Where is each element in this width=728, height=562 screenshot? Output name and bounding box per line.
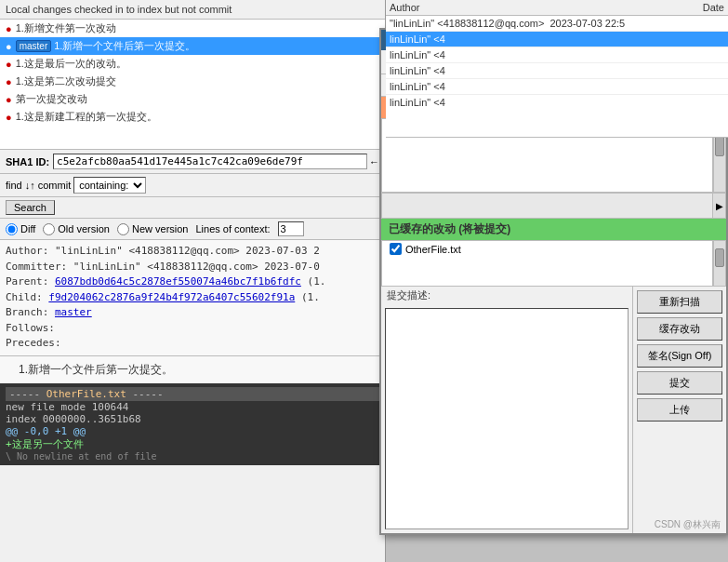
sha-input[interactable] — [53, 154, 367, 169]
date-col-header: Date — [703, 2, 724, 13]
scrollbar-thumb2 — [715, 248, 724, 267]
author-col-header: Author — [390, 2, 703, 13]
author-row-4: linLinLin" <4 — [386, 63, 728, 79]
csdn-watermark: CSDN @林兴南 — [655, 518, 721, 531]
commit-desc-label: 提交描述: — [381, 287, 632, 304]
commit-desc-area: 提交描述: — [381, 287, 633, 533]
branch-link[interactable]: master — [55, 306, 92, 318]
commit-item[interactable]: ● 1.这是第二次改动提交 — [0, 73, 385, 90]
search-button[interactable]: Search — [6, 200, 55, 215]
search-row: Search — [0, 197, 385, 219]
diff-radio[interactable] — [6, 223, 18, 235]
follows-line: Follows: — [6, 321, 379, 337]
new-version-radio[interactable] — [117, 223, 129, 235]
old-version-label: Old version — [58, 223, 110, 234]
diff-radio-label[interactable]: Diff — [6, 223, 35, 235]
parent-label: Parent: — [6, 275, 55, 288]
commit-item-selected[interactable]: ● master 1.新增一个文件后第一次提交。 — [0, 37, 385, 55]
find-row: find ↓↑ commit containing: — [0, 174, 385, 197]
committer-line: Committer: "linLinLin" <418838112@qq.com… — [6, 260, 379, 275]
staged-file-checkbox[interactable] — [390, 243, 402, 255]
sha-label: SHA1 ID: — [6, 156, 49, 167]
commit-item[interactable]: ● 1.这是最后一次的改动。 — [0, 55, 385, 73]
left-panel: Local changes checked in to index but no… — [0, 0, 386, 562]
staged-file-name: OtherFile.txt — [405, 244, 461, 255]
diff-add-line: +这是另一个文件 — [6, 437, 379, 451]
author-column: Author Date "linLinLin" <418838112@qq.co… — [386, 0, 728, 138]
right-bottom: 提交描述: 重新扫描 缓存改动 签名(Sign Off) 提交 上传 — [381, 287, 726, 533]
new-version-radio-label[interactable]: New version — [117, 223, 189, 235]
precedes-label: Precedes: — [6, 337, 61, 349]
author-text: Author: "linLinLin" <418838112@qq.com> 2… — [6, 245, 320, 257]
diff-file-section: ----- OtherFile.txt ----- new file mode … — [0, 383, 385, 465]
precedes-line: Precedes: — [6, 336, 379, 352]
commit-list: ● 1.新增文件第一次改动 ● master 1.新增一个文件后第一次提交。 ●… — [0, 20, 385, 150]
branch-label: Branch: — [6, 306, 55, 318]
follows-label: Follows: — [6, 322, 55, 334]
child-line: Child: f9d204062c2876a9f24b4f972a6407c55… — [6, 290, 379, 306]
bullet-icon: ● — [6, 23, 12, 34]
find-arrows[interactable]: ↓↑ — [25, 180, 35, 191]
commit-item[interactable]: ● 第一次提交改动 — [0, 90, 385, 108]
bullet-icon: ● — [6, 59, 12, 70]
middle-scrollbar[interactable]: ▶ — [712, 194, 725, 218]
sign-off-button[interactable]: 签名(Sign Off) — [637, 344, 722, 368]
child-link[interactable]: f9d204062c2876a9f24b4f972a6407c55602f91a — [48, 291, 295, 303]
staged-scrollbar[interactable] — [713, 240, 726, 287]
diff-no-newline: \ No newline at end of file — [6, 451, 379, 462]
top-info: Local changes checked in to index but no… — [0, 0, 385, 20]
old-version-radio-label[interactable]: Old version — [43, 223, 110, 235]
stage-button[interactable]: 缓存改动 — [637, 317, 722, 341]
author-row-6: linLinLin" <4 — [386, 95, 728, 110]
child-short: (1. — [301, 291, 320, 303]
child-label: Child: — [6, 291, 48, 303]
commit-button[interactable]: 提交 — [637, 371, 722, 395]
bullet-icon: ● — [6, 94, 12, 105]
commit-msg: 1.新增一个文件后第一次提交。 — [19, 362, 377, 378]
branch-tag: master — [16, 40, 52, 52]
bullet-icon: ● — [6, 112, 12, 123]
commit-details-msg: 1.新增一个文件后第一次提交。 — [0, 356, 385, 383]
diff-file-header: ----- OtherFile.txt ----- — [6, 387, 379, 401]
new-version-label: New version — [132, 223, 189, 234]
scroll-arrow-right: ▶ — [716, 201, 723, 211]
author-header-row: Author Date — [386, 0, 728, 16]
branch-line: Branch: master — [6, 305, 379, 321]
sha-arrow-icon[interactable]: ← — [369, 156, 379, 167]
commit-item[interactable]: ● 1.这是新建工程的第一次提交。 — [0, 108, 385, 126]
parent-short: (1. — [308, 275, 326, 288]
diff-options: Diff Old version New version Lines of co… — [0, 219, 385, 240]
find-commit-label: commit — [38, 180, 71, 191]
commit-desc-textarea[interactable] — [385, 308, 629, 529]
commit-text: 1.新增一个文件后第一次提交。 — [54, 39, 195, 53]
upload-button[interactable]: 上传 — [637, 398, 722, 422]
diff-label: Diff — [20, 223, 35, 234]
old-version-radio[interactable] — [43, 223, 55, 235]
parent-link[interactable]: 6087bdb0d64c5c2878ef550074a46bc7f1b6fdfc — [55, 275, 301, 288]
staged-section: 已缓存的改动 (将被提交) OtherFile.txt — [381, 219, 726, 287]
commit-text: 第一次提交改动 — [16, 92, 87, 106]
action-buttons: 重新扫描 缓存改动 签名(Sign Off) 提交 上传 — [633, 287, 726, 533]
lines-context-input[interactable] — [278, 221, 304, 236]
staged-header: 已缓存的改动 (将被提交) — [381, 219, 726, 240]
diff-mode-line: new file mode 100644 — [6, 401, 379, 413]
author-row-3: linLinLin" <4 — [386, 47, 728, 63]
staged-list: OtherFile.txt — [381, 240, 713, 287]
git-gui-body: 未缓存的改动 ▶ 已缓存的改动 (将被提交) — [381, 97, 726, 533]
find-select[interactable]: containing: — [73, 177, 146, 194]
commit-text: 1.这是最后一次的改动。 — [16, 57, 126, 71]
author-line: Author: "linLinLin" <418838112@qq.com> 2… — [6, 244, 379, 260]
commit-text: 1.这是新建工程的第一次提交。 — [16, 110, 157, 124]
rescan-button[interactable]: 重新扫描 — [637, 290, 722, 314]
commit-item[interactable]: ● 1.新增文件第一次改动 — [0, 20, 385, 37]
top-info-text: Local changes checked in to index but no… — [6, 4, 232, 15]
commit-text: 1.新增文件第一次改动 — [16, 21, 116, 35]
committer-text: Committer: "linLinLin" <418838112@qq.com… — [6, 261, 320, 273]
sha-row: SHA1 ID: ← — [0, 150, 385, 174]
commit-text: 1.这是第二次改动提交 — [16, 74, 116, 88]
diff-middle-area: ▶ — [381, 193, 726, 219]
staged-item[interactable]: OtherFile.txt — [382, 241, 712, 257]
bullet-icon: ● — [6, 76, 12, 87]
commit-meta: Author: "linLinLin" <418838112@qq.com> 2… — [0, 240, 385, 356]
find-label: find — [6, 180, 22, 191]
